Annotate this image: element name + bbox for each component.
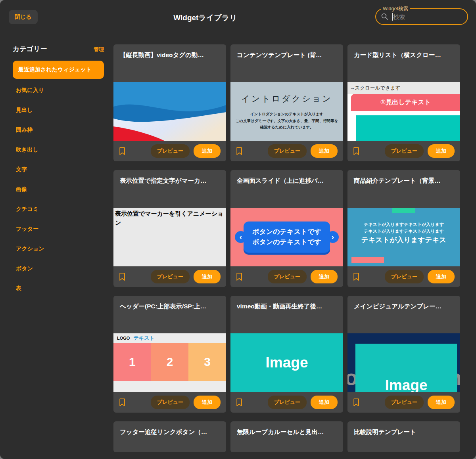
add-button[interactable]: 追加 <box>311 144 338 158</box>
preview-marker-text: 表示位置でマーカーを引くアニメーション <box>115 210 224 226</box>
sidebar-item-text[interactable]: 文字 <box>13 160 104 180</box>
widget-card-title: 【縦長動画】videoタグの動… <box>113 44 226 82</box>
close-button[interactable]: 閉じる <box>9 10 38 24</box>
widget-preview-thumbnail: Image <box>230 333 343 392</box>
add-button[interactable]: 追加 <box>194 396 221 409</box>
sidebar-item-buttons[interactable]: ボタン <box>13 259 104 279</box>
widget-grid: 【縦長動画】videoタグの動… プレビュー <box>113 44 460 452</box>
widget-card-main-visual: メインビジュアルテンプレー… o n Image プレビュー 追加 <box>347 296 460 413</box>
preview-intro-line: この文章はダミーです。文字の大きさ、量、字間、行間等を <box>230 118 343 124</box>
card-footer: プレビュー 追加 <box>113 141 226 161</box>
widget-card-title: ヘッダー(PC:上部表示/SP:上… <box>113 296 226 333</box>
add-button[interactable]: 追加 <box>428 396 455 409</box>
add-button[interactable]: 追加 <box>194 270 221 283</box>
bookmark-icon[interactable] <box>353 273 359 281</box>
preview-button[interactable]: プレビュー <box>385 270 424 283</box>
widget-card-title: 比較説明テンプレート <box>347 421 460 452</box>
preview-scroll-note: →スクロールできます <box>347 82 460 94</box>
card-footer: プレビュー 追加 <box>113 266 226 287</box>
widget-card-vimeo-video: vimeo動画・動画再生終了後… Image プレビュー 追加 <box>230 296 343 413</box>
bookmark-icon[interactable] <box>353 147 359 155</box>
widget-card-product-intro: 商品紹介テンプレート（背景… テキストが入りますテキストが入ります テキストが入… <box>347 170 460 287</box>
widget-card-title: メインビジュアルテンプレー… <box>347 296 460 333</box>
bookmark-icon[interactable] <box>236 273 242 281</box>
sidebar-item-headings[interactable]: 見出し <box>13 100 104 120</box>
widget-preview-thumbnail: ‹ ボタンのテキストです ボタンのテキストです › <box>230 208 343 266</box>
add-button[interactable]: 追加 <box>194 144 221 158</box>
bookmark-icon[interactable] <box>236 147 242 155</box>
preview-slide-button: ボタンのテキストです ボタンのテキストです <box>244 222 330 253</box>
manage-link[interactable]: 管理 <box>94 46 104 53</box>
widget-preview-thumbnail: LOGO テキスト 1 2 3 <box>113 333 226 392</box>
bookmark-icon[interactable] <box>236 398 242 407</box>
preview-button[interactable]: プレビュー <box>268 270 307 283</box>
preview-logo-text: テキスト <box>133 335 154 342</box>
preview-button[interactable]: プレビュー <box>385 144 424 158</box>
widget-library-modal: 閉じる Widgetライブラリ Widget検索 カテゴリー 管理 最近追加され… <box>0 0 476 459</box>
sidebar-item-speech-bubbles[interactable]: 吹き出し <box>13 140 104 160</box>
preview-intro-heading: イントロダクション <box>230 93 343 104</box>
add-button[interactable]: 追加 <box>428 270 455 283</box>
bookmark-icon[interactable] <box>119 398 125 407</box>
widget-card-title: フッター追従リンクボタン（… <box>113 421 226 452</box>
widget-card-title: 全画面スライド（上に進捗バ… <box>230 170 343 208</box>
sidebar-item-favorites[interactable]: お気に入り <box>13 80 104 100</box>
sidebar-item-footer[interactable]: フッター <box>13 219 104 239</box>
preview-button[interactable]: プレビュー <box>151 270 190 283</box>
widget-card-marker-animation: 表示位置で指定文字がマーカ… 表示位置でマーカーを引くアニメーション プレビュー… <box>113 170 226 287</box>
widget-preview-thumbnail <box>113 82 226 141</box>
card-footer: プレビュー 追加 <box>113 392 226 413</box>
add-button[interactable]: 追加 <box>311 396 338 409</box>
widget-preview-thumbnail: イントロダクション イントロダクションのテキストが入ります この文章はダミーです… <box>230 82 343 141</box>
widget-card-content-template: コンテンツテンプレート (背… イントロダクション イントロダクションのテキスト… <box>230 44 343 161</box>
preview-button[interactable]: プレビュー <box>385 396 424 409</box>
search-icon <box>381 13 389 21</box>
sidebar-item-tables[interactable]: 表 <box>13 279 104 298</box>
preview-product-text: テキストが入りますテキストが入ります テキストが入りますテキストが入ります テキ… <box>347 221 460 245</box>
preview-button[interactable]: プレビュー <box>151 396 190 409</box>
preview-logo: LOGO <box>117 336 130 340</box>
preview-button[interactable]: プレビュー <box>151 144 190 158</box>
bigsur-wallpaper-image <box>113 82 226 141</box>
widget-card-title: 無限ループカルーセルと見出… <box>230 421 343 452</box>
widget-preview-thumbnail: 表示位置でマーカーを引くアニメーション <box>113 208 226 266</box>
widget-preview-thumbnail: o n Image <box>347 333 460 392</box>
chevron-right-icon: › <box>327 231 339 243</box>
preview-header-bar: LOGO テキスト <box>113 333 226 343</box>
preview-product-line: テキストが入りますテキストが入ります <box>347 221 460 228</box>
preview-button[interactable]: プレビュー <box>268 396 307 409</box>
preview-list-heading: ①見出しテキスト <box>351 94 460 111</box>
sidebar-item-recent[interactable]: 最近追加されたウィジェット <box>13 61 104 79</box>
widget-card-title: 表示位置で指定文字がマーカ… <box>113 170 226 208</box>
add-button[interactable]: 追加 <box>428 144 455 158</box>
sidebar-item-images[interactable]: 画像 <box>13 180 104 199</box>
widget-card-title: コンテンツテンプレート (背… <box>230 44 343 82</box>
preview-intro-line: イントロダクションのテキストが入ります <box>230 111 343 118</box>
preview-number-columns: 1 2 3 <box>113 343 226 381</box>
widget-card-title: 商品紹介テンプレート（背景… <box>347 170 460 208</box>
preview-image-placeholder-label: Image <box>355 377 457 392</box>
bookmark-icon[interactable] <box>119 147 125 155</box>
sidebar-item-actions[interactable]: アクション <box>13 239 104 259</box>
widget-card-vertical-video: 【縦長動画】videoタグの動… プレビュー <box>113 44 226 161</box>
widget-card-comparison-template: 比較説明テンプレート <box>347 421 460 452</box>
card-footer: プレビュー 追加 <box>347 392 460 413</box>
preview-product-line-large: テキストが入りますテキス <box>347 235 460 245</box>
sidebar-item-frames[interactable]: 囲み枠 <box>13 120 104 140</box>
widget-search-field[interactable]: Widget検索 <box>375 8 468 25</box>
bookmark-icon[interactable] <box>353 398 359 407</box>
page-title: Widgetライブラリ <box>38 13 373 23</box>
preview-button[interactable]: プレビュー <box>268 144 307 158</box>
sidebar-item-reviews[interactable]: クチコミ <box>13 199 104 219</box>
search-input[interactable] <box>393 13 463 20</box>
preview-image-placeholder-label: Image <box>266 354 308 371</box>
bookmark-icon[interactable] <box>119 273 125 281</box>
preview-column-3: 3 <box>188 343 226 381</box>
sidebar-heading: カテゴリー <box>13 44 47 54</box>
preview-column-2: 2 <box>151 343 189 381</box>
add-button[interactable]: 追加 <box>311 270 338 283</box>
widget-card-title: カード型リスト（横スクロー… <box>347 44 460 82</box>
card-footer: プレビュー 追加 <box>347 141 460 161</box>
preview-teal-block <box>356 115 460 141</box>
preview-slide-button-line: ボタンのテキストです <box>252 227 321 237</box>
